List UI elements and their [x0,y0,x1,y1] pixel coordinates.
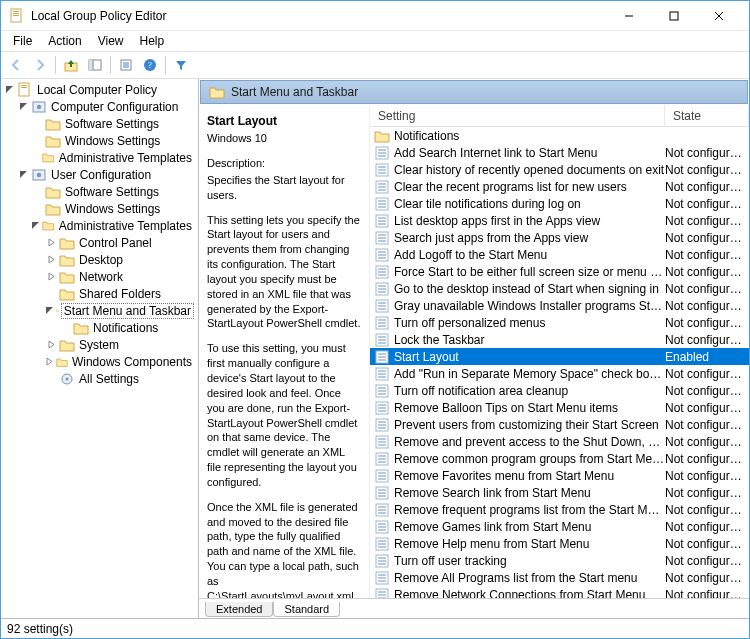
minimize-button[interactable] [606,2,651,30]
desc-subtitle: Windows 10 [207,131,361,146]
tree-node[interactable]: Control Panel [45,234,198,251]
list-item-label: Remove Balloon Tips on Start Menu items [394,401,665,415]
help-button[interactable]: ? [139,54,161,76]
tree-node[interactable]: Network [45,268,198,285]
tree-node[interactable]: Software Settings [31,183,198,200]
tree-node[interactable]: Windows Settings [31,132,198,149]
tree-label: Local Computer Policy [35,83,159,97]
list-item[interactable]: Remove Help menu from Start MenuNot conf… [370,535,749,552]
collapse-icon[interactable] [17,101,29,113]
menu-action[interactable]: Action [40,32,89,50]
list-item-state: Not configured [665,486,749,500]
properties-button[interactable] [115,54,137,76]
expand-icon[interactable] [45,356,54,368]
tree-label: Software Settings [63,185,161,199]
svg-rect-3 [13,15,19,16]
tree-node[interactable]: Windows Components [45,353,198,370]
list-item[interactable]: Lock the TaskbarNot configured [370,331,749,348]
list-item[interactable]: Start LayoutEnabled [370,348,749,365]
up-folder-button[interactable] [60,54,82,76]
policy-icon [374,400,390,416]
collapse-icon[interactable] [45,305,54,317]
tree-pane[interactable]: Local Computer PolicyComputer Configurat… [1,79,199,618]
tree-node[interactable]: Computer Configuration [17,98,198,115]
col-state[interactable]: State [665,105,749,126]
list-item[interactable]: Remove frequent programs list from the S… [370,501,749,518]
list-item[interactable]: Add Search Internet link to Start MenuNo… [370,144,749,161]
tree-node[interactable]: All Settings [45,370,198,387]
list-item[interactable]: Clear history of recently opened documen… [370,161,749,178]
list-item[interactable]: List desktop apps first in the Apps view… [370,212,749,229]
tree-node[interactable]: Administrative Templates [31,149,198,166]
forward-button[interactable] [29,54,51,76]
tab-extended[interactable]: Extended [205,602,273,617]
tree-node[interactable]: User Configuration [17,166,198,183]
maximize-button[interactable] [651,2,696,30]
list-body[interactable]: NotificationsAdd Search Internet link to… [370,127,749,598]
list-item[interactable]: Remove Search link from Start MenuNot co… [370,484,749,501]
tree-node[interactable]: Shared Folders [45,285,198,302]
tree-node[interactable]: Software Settings [31,115,198,132]
expand-icon[interactable] [45,237,57,249]
tree-node[interactable]: Local Computer Policy [3,81,198,98]
close-button[interactable] [696,2,741,30]
list-item[interactable]: Prevent users from customizing their Sta… [370,416,749,433]
back-button[interactable] [5,54,27,76]
tree-node[interactable]: Start Menu and Taskbar [45,302,198,319]
list-item[interactable]: Remove Favorites menu from Start MenuNot… [370,467,749,484]
policy-icon [374,451,390,467]
tree-label: Desktop [77,253,125,267]
policy-icon [374,553,390,569]
policy-icon [374,468,390,484]
list-item[interactable]: Force Start to be either full screen siz… [370,263,749,280]
show-hide-tree-button[interactable] [84,54,106,76]
collapse-icon[interactable] [3,84,15,96]
filter-button[interactable] [170,54,192,76]
list-item[interactable]: Remove Games link from Start MenuNot con… [370,518,749,535]
list-item[interactable]: Remove and prevent access to the Shut Do… [370,433,749,450]
tree-node[interactable]: System [45,336,198,353]
tree-node[interactable]: Desktop [45,251,198,268]
expand-icon[interactable] [45,254,57,266]
list-item[interactable]: Clear the recent programs list for new u… [370,178,749,195]
list-item-label: Search just apps from the Apps view [394,231,665,245]
tab-standard[interactable]: Standard [273,602,340,617]
tree-node[interactable]: Windows Settings [31,200,198,217]
list-item[interactable]: Search just apps from the Apps viewNot c… [370,229,749,246]
folder-icon [374,128,390,144]
expand-icon[interactable] [45,339,57,351]
list-item-state: Not configured [665,316,749,330]
tree-node[interactable]: Administrative Templates [31,217,198,234]
menu-help[interactable]: Help [132,32,173,50]
policy-icon [374,213,390,229]
list-item-label: Force Start to be either full screen siz… [394,265,665,279]
list-header[interactable]: Setting State [370,105,749,127]
list-item-label: Remove Network Connections from Start Me… [394,588,665,599]
list-item[interactable]: Add Logoff to the Start MenuNot configur… [370,246,749,263]
list-item[interactable]: Go to the desktop instead of Start when … [370,280,749,297]
app-icon [9,8,25,24]
tree-node[interactable]: Notifications [59,319,198,336]
collapse-icon[interactable] [17,169,29,181]
list-item-state: Not configured [665,520,749,534]
expand-icon[interactable] [45,271,57,283]
menu-file[interactable]: File [5,32,40,50]
list-item[interactable]: Remove All Programs list from the Start … [370,569,749,586]
list-item[interactable]: Turn off user trackingNot configured [370,552,749,569]
list-item[interactable]: Notifications [370,127,749,144]
list-item[interactable]: Turn off personalized menusNot configure… [370,314,749,331]
list-item[interactable]: Remove Balloon Tips on Start Menu itemsN… [370,399,749,416]
collapse-icon[interactable] [31,220,40,232]
list-item[interactable]: Remove common program groups from Start … [370,450,749,467]
col-setting[interactable]: Setting [370,105,665,126]
folder-icon [45,116,61,132]
svg-rect-19 [21,85,27,86]
statusbar: 92 setting(s) [1,618,749,638]
svg-rect-5 [670,12,678,20]
list-item[interactable]: Clear tile notifications during log onNo… [370,195,749,212]
list-item[interactable]: Add "Run in Separate Memory Space" check… [370,365,749,382]
list-item[interactable]: Remove Network Connections from Start Me… [370,586,749,598]
list-item[interactable]: Turn off notification area cleanupNot co… [370,382,749,399]
menu-view[interactable]: View [90,32,132,50]
list-item[interactable]: Gray unavailable Windows Installer progr… [370,297,749,314]
